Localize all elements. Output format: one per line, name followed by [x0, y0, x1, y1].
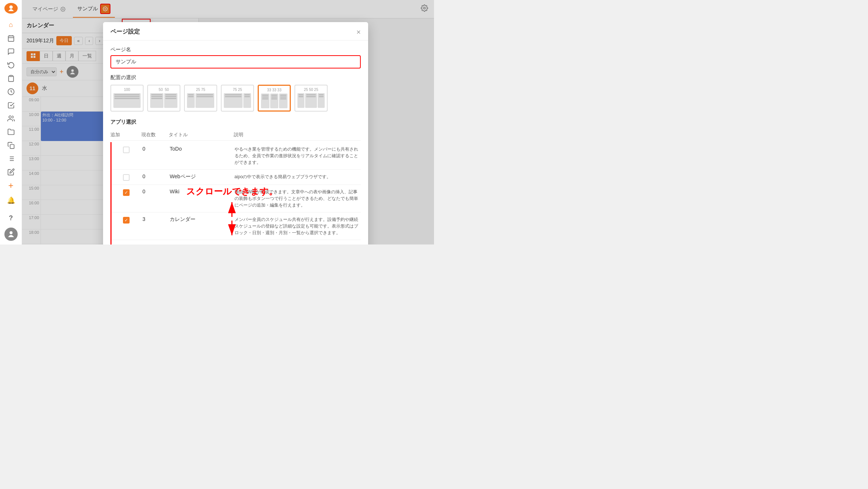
modal-header: ページ設定 ×	[103, 22, 368, 41]
app-title-todo: ToDo	[170, 146, 233, 152]
app-count-wiki: 0	[142, 189, 168, 194]
checkbox-web[interactable]	[123, 174, 130, 181]
layout-option-100[interactable]: 100	[110, 85, 144, 112]
sidebar-item-copy[interactable]	[4, 140, 18, 151]
sidebar-item-org[interactable]	[4, 113, 18, 124]
svg-rect-1	[8, 36, 14, 41]
app-row-calendar: ✓ 3 カレンダー メンバー全員のスケジュール共有が行えます。設備予約や継続スケ…	[112, 212, 361, 240]
layout-option-25-75[interactable]: 25 75	[184, 85, 217, 112]
sidebar: ⌂	[0, 0, 22, 245]
svg-point-0	[9, 5, 13, 8]
layout-section-label: 配置の選択	[110, 74, 361, 81]
sidebar-item-bell[interactable]: 🔔	[4, 193, 18, 208]
svg-rect-5	[10, 75, 12, 76]
sidebar-item-clipboard[interactable]	[4, 73, 18, 84]
app-row-todo: 0 ToDo やるべき業を管理するための機能です。メンバーにも共有されるため、全…	[112, 142, 361, 170]
sidebar-item-chat[interactable]	[4, 46, 18, 57]
col-desc: 説明	[234, 131, 361, 138]
sidebar-item-help[interactable]: ?	[4, 211, 18, 225]
svg-point-7	[9, 116, 11, 118]
app-row-web: 0 Webページ aipoの中で表示できる簡易ウェブブラウザです。	[112, 170, 361, 185]
app-count-web: 0	[142, 173, 168, 179]
sidebar-item-history[interactable]	[4, 59, 18, 71]
layout-option-25-50-25[interactable]: 25 50 25	[294, 85, 328, 112]
col-add: 追加	[110, 131, 140, 138]
layout-options: 100 50 50 25 7	[110, 85, 361, 112]
sidebar-item-todo[interactable]	[4, 99, 18, 111]
user-avatar[interactable]	[4, 228, 18, 241]
svg-point-15	[10, 231, 13, 234]
layout-option-50-50[interactable]: 50 50	[147, 85, 180, 112]
checkbox-calendar[interactable]: ✓	[123, 217, 130, 224]
col-count: 現在数	[141, 131, 167, 138]
sidebar-item-add[interactable]: +	[4, 180, 18, 191]
app-desc-todo: やるべき業を管理するための機能です。メンバーにも共有されるため、全員で作業の進捗…	[234, 146, 361, 166]
col-title: タイトル	[169, 131, 232, 138]
app-title-web: Webページ	[170, 173, 233, 180]
app-count-todo: 0	[142, 146, 168, 152]
layout-option-33-33-33[interactable]: 33 33 33	[258, 85, 291, 112]
sidebar-item-folder[interactable]	[4, 126, 18, 138]
app-desc-wiki: 独自のWikiが作成できます。文章中への表や画像の挿入、記事の装飾もボタン一つで…	[234, 189, 361, 208]
app-count-calendar: 3	[142, 216, 168, 222]
page-name-label: ページ名	[110, 46, 361, 53]
app-desc-calendar: メンバー全員のスケジュール共有が行えます。設備予約や継続スケジュールの登録など詳…	[234, 216, 361, 236]
checkbox-todo[interactable]	[123, 147, 130, 153]
app-logo[interactable]	[4, 3, 18, 14]
modal-body: ページ名 配置の選択 100 50 50	[103, 41, 368, 245]
modal-overlay: ページ設定 × ページ名 配置の選択 100	[22, 0, 434, 245]
modal-title: ページ設定	[110, 28, 140, 36]
app-row-wiki: ✓ 0 Wiki 独自のWikiが作成できます。文章中への表や画像の挿入、記事の…	[112, 185, 361, 212]
sidebar-item-calendar[interactable]	[4, 32, 18, 44]
app-table-header: 追加 現在数 タイトル 説明	[110, 129, 361, 141]
modal-close-button[interactable]: ×	[356, 28, 361, 36]
sidebar-item-edit[interactable]	[4, 166, 18, 178]
svg-rect-8	[10, 144, 14, 148]
layout-option-75-25[interactable]: 75 25	[221, 85, 254, 112]
app-desc-partial: Aipoを初めて利用される方に便利に使っていただく	[234, 244, 361, 245]
checkbox-wiki[interactable]: ✓	[123, 189, 130, 196]
app-title-calendar: カレンダー	[170, 216, 233, 223]
sidebar-item-list[interactable]	[4, 153, 18, 165]
page-settings-modal: ページ設定 × ページ名 配置の選択 100	[103, 22, 368, 245]
app-row-partial: — Aipoを初めて利用される方に便利に使っていただく	[112, 240, 361, 245]
sidebar-item-clock[interactable]	[4, 86, 18, 98]
app-desc-web: aipoの中で表示できる簡易ウェブブラウザです。	[234, 173, 361, 180]
sidebar-bottom: 🔔 ?	[4, 192, 18, 245]
sidebar-item-home[interactable]: ⌂	[4, 19, 18, 31]
app-section-title: アプリ選択	[110, 119, 361, 126]
app-title-wiki: Wiki	[170, 189, 233, 194]
page-name-input[interactable]	[110, 55, 361, 68]
